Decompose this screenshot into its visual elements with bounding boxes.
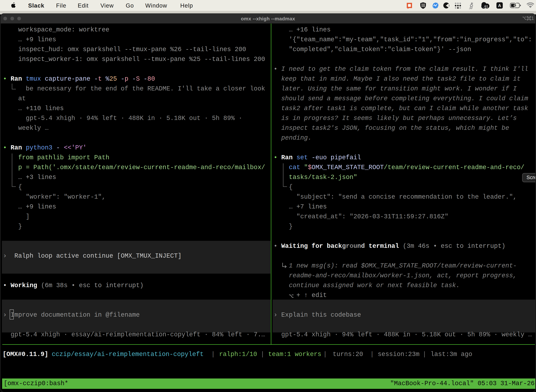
svg-text:A: A: [498, 3, 501, 8]
svg-text:..61: ..61: [483, 5, 488, 8]
